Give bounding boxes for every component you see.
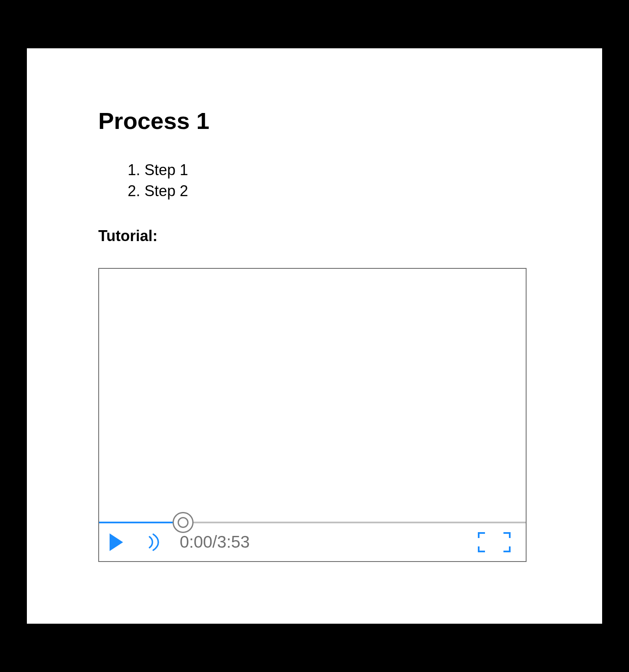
- video-player: 0:00/3:53: [98, 268, 527, 562]
- step-item: Step 2: [144, 181, 531, 202]
- tutorial-label: Tutorial:: [98, 227, 531, 245]
- progress-bar[interactable]: [99, 522, 526, 523]
- volume-button[interactable]: [148, 533, 161, 551]
- time-display: 0:00/3:53: [180, 533, 250, 551]
- volume-icon: [148, 533, 161, 551]
- progress-played: [99, 522, 183, 523]
- steps-list: Step 1 Step 2: [144, 160, 531, 202]
- video-controls: 0:00/3:53: [99, 523, 526, 561]
- process-heading: Process 1: [98, 107, 531, 134]
- step-item: Step 1: [144, 160, 531, 181]
- video-area[interactable]: [99, 269, 526, 522]
- play-button[interactable]: [110, 533, 123, 551]
- progress-handle-inner: [178, 517, 189, 528]
- progress-handle[interactable]: [173, 512, 194, 533]
- play-icon: [110, 533, 123, 551]
- fullscreen-icon: [477, 532, 511, 553]
- document-page: Process 1 Step 1 Step 2 Tutorial:: [27, 48, 602, 624]
- fullscreen-button[interactable]: [477, 532, 511, 553]
